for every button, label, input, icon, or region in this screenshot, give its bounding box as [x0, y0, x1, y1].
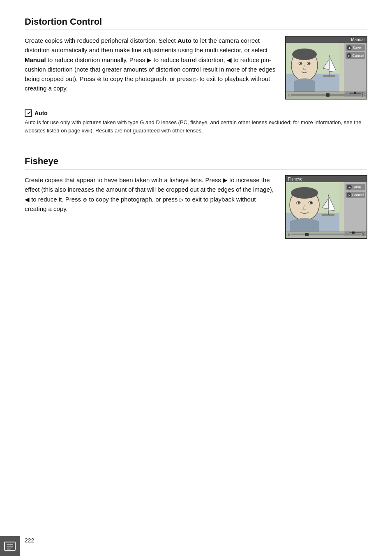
section1-note-title: ✔ Auto	[25, 109, 367, 117]
note-checkmark-icon: ✔	[25, 109, 32, 117]
section2-lcd-title: Fisheye	[286, 176, 367, 182]
section1-cancel-label: Cancel	[352, 53, 364, 58]
section1-ok-icon: ⊛	[347, 45, 352, 50]
section2-bottom-grid-icon: ⊞	[288, 233, 291, 236]
section1-note: ✔ Auto Auto is for use only with picture…	[25, 106, 367, 138]
section1-bottom-thumb	[326, 93, 330, 97]
section1-lcd-save-btn: ⊛ Save	[346, 44, 365, 51]
section1-note-body: Auto is for use only with pictures taken…	[25, 118, 367, 134]
section2-bottom-track	[291, 234, 361, 235]
section2-cancel-label: Cancel	[352, 193, 364, 197]
section-gap	[25, 148, 367, 156]
section2-bottom-icon-right: ⊡	[362, 233, 365, 236]
page-number: 222	[25, 537, 34, 544]
section2-bottom-thumb	[305, 233, 309, 236]
svg-point-6	[300, 63, 302, 64]
section2-lcd-save-btn: ⊛ Save	[346, 184, 365, 190]
section2-lcd-content: ⊛ Save ▷ Cancel ◁ ▷	[286, 182, 367, 236]
tab-line-3	[7, 549, 11, 549]
section1-bottom-icon-left: ◁	[288, 93, 290, 97]
section1-lcd-bottom: ◁ ▷	[286, 91, 367, 99]
section1-body-text: Create copies with reduced peripheral di…	[25, 37, 275, 92]
svg-point-7	[308, 63, 310, 64]
section2-lcd-svg	[286, 182, 339, 232]
section2-lcd-sidebar: ⊛ Save ▷ Cancel ◁ ▷	[344, 182, 367, 236]
section2-lcd-screen: Fisheye	[285, 175, 367, 239]
section1-lcd-title: Manual	[286, 37, 367, 43]
section1-lcd-screen: Manual	[285, 36, 367, 100]
section2-ok-icon: ⊛	[347, 185, 352, 190]
section1-content-row: Create copies with reduced peripheral di…	[25, 36, 367, 100]
section2-save-label: Save	[353, 185, 361, 189]
svg-point-15	[291, 187, 318, 199]
svg-point-19	[310, 202, 312, 204]
svg-point-18	[298, 202, 300, 204]
svg-point-3	[292, 49, 317, 60]
section-fisheye: Fisheye Create copies that appear to hav…	[25, 156, 367, 239]
section1-bottom-icon-right: ▷	[362, 93, 365, 97]
section2-lcd-cancel-btn: ▷ Cancel	[346, 192, 365, 198]
section2-lcd-image	[286, 182, 344, 236]
section1-title: Distortion Control	[25, 16, 367, 30]
section1-save-label: Save	[353, 46, 361, 50]
section2-content-row: Create copies that appear to have been t…	[25, 175, 367, 239]
section2-lcd-bottom: ⊞ ⊡	[286, 231, 367, 238]
tab-icon	[4, 542, 16, 551]
section1-bottom-track	[291, 94, 362, 96]
section2-body-text: Create copies that appear to have been t…	[25, 176, 274, 212]
section1-lcd-cancel-btn: ▷ Cancel	[346, 52, 365, 59]
section1-lcd-content: ⊛ Save ▷ Cancel ◁ ▷	[286, 43, 367, 97]
tab-line-1	[7, 544, 13, 545]
tab-icon-lines	[7, 544, 13, 549]
section2-cancel-icon: ▷	[347, 192, 351, 197]
section2-body: Create copies that appear to have been t…	[25, 175, 277, 239]
section1-lcd-image	[286, 43, 344, 97]
tab-line-2	[7, 547, 13, 547]
section1-body: Create copies with reduced peripheral di…	[25, 36, 277, 100]
section1-note-heading: Auto	[35, 110, 48, 116]
section1-cancel-icon: ▷	[347, 53, 351, 58]
section1-lcd-sidebar: ⊛ Save ▷ Cancel ◁ ▷	[344, 43, 367, 97]
bottom-tab	[0, 536, 20, 556]
section2-title: Fisheye	[25, 156, 367, 169]
section-distortion-control: Distortion Control Create copies with re…	[25, 16, 367, 138]
section1-lcd-svg	[286, 43, 339, 92]
